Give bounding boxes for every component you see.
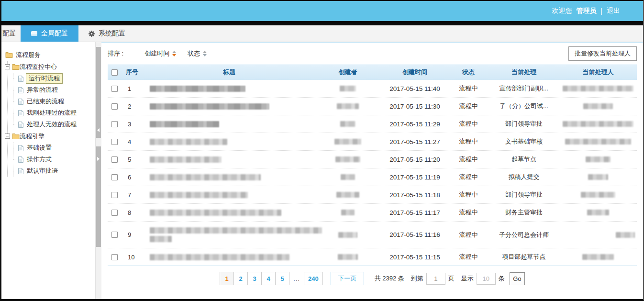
tab-system-config[interactable]: 系统配置 xyxy=(78,25,135,42)
collapse-expander-icon[interactable] xyxy=(5,134,10,139)
row-creator-cell xyxy=(314,103,381,109)
row-status: 流程中 xyxy=(448,190,489,199)
table-row[interactable]: 12017-05-15 11:40流程中宣传部部门副职... xyxy=(108,80,637,98)
redacted-title xyxy=(150,139,227,145)
batch-modify-handler-button[interactable]: 批量修改当前处理人 xyxy=(568,46,637,61)
tree-leaf-label: 处理人无效的流程 xyxy=(27,120,77,129)
scrollbar-thumb[interactable] xyxy=(96,47,101,138)
page-button[interactable]: 2 xyxy=(233,272,248,285)
tree-leaf-item[interactable]: 基础设置 xyxy=(13,142,93,154)
redacted-handler xyxy=(563,121,633,127)
redacted-creator xyxy=(337,103,359,109)
row-checkbox[interactable] xyxy=(111,121,118,127)
row-status: 流程中 xyxy=(448,155,489,164)
column-header: 标题 xyxy=(144,68,314,77)
page-button[interactable]: 3 xyxy=(247,272,262,285)
sidebar-splitter[interactable] xyxy=(95,42,101,299)
row-created-time: 2017-05-15 11:16 xyxy=(381,231,448,238)
document-icon xyxy=(18,87,23,93)
row-handler-cell xyxy=(559,121,637,127)
tree-children: 运行时流程异常的流程已结束的流程我刚处理过的流程处理人无效的流程 xyxy=(13,73,93,130)
row-check-cell xyxy=(108,121,123,127)
row-index: 2 xyxy=(123,103,144,110)
table-row[interactable]: 82017-05-15 11:17流程中财务主管审批 xyxy=(108,204,637,222)
row-created-time: 2017-05-15 11:27 xyxy=(381,138,448,145)
next-page-button[interactable]: 下一页 xyxy=(331,272,364,285)
row-checkbox[interactable] xyxy=(111,156,118,163)
page-button[interactable]: 5 xyxy=(275,272,289,285)
row-checkbox[interactable] xyxy=(111,232,118,238)
sort-arrows-icon xyxy=(172,51,176,56)
tree-leaf-item[interactable]: 已结束的流程 xyxy=(13,96,93,107)
goto-page-input[interactable] xyxy=(426,273,445,285)
table-row[interactable]: 32017-05-15 11:29流程中部门领导审批 xyxy=(108,115,637,133)
redacted-handler xyxy=(581,192,615,198)
row-handler-cell xyxy=(559,210,637,215)
tree-leaf-item[interactable]: 默认审批语 xyxy=(13,165,93,177)
sort-field-created-time[interactable]: 创建时间 xyxy=(144,49,176,58)
tree-root-node[interactable]: 流程服务 xyxy=(5,49,93,61)
row-creator-cell xyxy=(314,86,381,91)
tree-leaf-item[interactable]: 异常的流程 xyxy=(13,84,93,96)
page-buttons: 12345 xyxy=(220,272,289,285)
row-created-time: 2017-05-15 11:19 xyxy=(381,174,448,181)
page-button[interactable]: 1 xyxy=(220,272,234,285)
sort-field-status[interactable]: 状态 xyxy=(188,49,207,58)
tab-partial-config[interactable]: 配置 xyxy=(1,25,21,42)
table-row[interactable]: 52017-05-15 11:20流程中起草节点 xyxy=(108,151,637,168)
tree-group-node[interactable]: 流程引擎 xyxy=(5,130,93,142)
row-title-cell xyxy=(144,139,314,145)
row-status: 流程中 xyxy=(448,137,489,146)
tree-leaf-label: 已结束的流程 xyxy=(27,97,64,106)
row-checkbox[interactable] xyxy=(111,254,118,260)
go-button[interactable]: Go xyxy=(510,272,525,285)
tree-leaf-item[interactable]: 操作方式 xyxy=(13,154,93,165)
tree-group-node[interactable]: 流程监控中心 xyxy=(5,61,93,73)
table-row[interactable]: 22017-05-15 11:30流程中子（分）公司试... xyxy=(108,98,637,115)
table-row[interactable]: 72017-05-15 11:18流程中部门领导审批 xyxy=(108,186,637,204)
row-creator-cell xyxy=(314,210,381,215)
row-handler-cell xyxy=(559,254,637,260)
tree-leaf-item[interactable]: 运行时流程 xyxy=(13,73,93,84)
row-checkbox[interactable] xyxy=(111,192,118,198)
row-checkbox[interactable] xyxy=(111,174,118,180)
redacted-title xyxy=(150,192,248,198)
row-handler-cell xyxy=(559,139,637,145)
main-panel: 排序 : 创建时间 状态 批量修改当前处理人 xyxy=(101,42,643,299)
tree-leaf-item[interactable]: 处理人无效的流程 xyxy=(13,119,93,130)
folder-icon xyxy=(12,64,20,70)
redacted-creator xyxy=(341,174,355,180)
row-checkbox[interactable] xyxy=(111,139,118,145)
row-check-cell xyxy=(108,174,123,180)
redacted-title xyxy=(150,103,269,110)
table-row[interactable]: 92017-05-15 11:16流程中子分公司总会计师 xyxy=(108,222,637,248)
scrollbar-thumb[interactable] xyxy=(96,146,101,247)
row-checkbox[interactable] xyxy=(111,103,118,110)
select-all-checkbox[interactable] xyxy=(111,69,118,76)
tree-leaf-item[interactable]: 我刚处理过的流程 xyxy=(13,107,93,119)
collapse-expander-icon[interactable] xyxy=(5,64,10,69)
tree-leaf-label: 基础设置 xyxy=(27,144,52,152)
redacted-creator xyxy=(340,121,355,127)
last-page-button[interactable]: 240 xyxy=(304,272,323,285)
row-check-cell xyxy=(108,86,123,92)
row-checkbox[interactable] xyxy=(111,86,118,92)
tab-global-config[interactable]: 全局配置 xyxy=(21,25,78,42)
table-row[interactable]: 42017-05-15 11:27流程中文书基础审核 xyxy=(108,133,637,151)
row-checkbox[interactable] xyxy=(111,210,118,216)
row-check-cell xyxy=(108,232,123,238)
table-row[interactable]: 62017-05-15 11:19流程中拟稿人提交 xyxy=(108,168,637,186)
page-size-input[interactable] xyxy=(477,273,496,285)
redacted-handler xyxy=(586,156,611,162)
redacted-creator xyxy=(336,192,359,198)
row-status: 流程中 xyxy=(448,120,489,128)
row-title-cell xyxy=(144,192,314,198)
row-check-cell xyxy=(108,156,123,163)
logout-link[interactable]: 退出 xyxy=(607,7,620,15)
table-row[interactable]: 102017-05-15 11:15流程中项目部起草节点 xyxy=(108,248,637,266)
tree-group: 流程监控中心 运行时流程异常的流程已结束的流程我刚处理过的流程处理人无效的流程 xyxy=(8,61,93,130)
redacted-handler xyxy=(563,86,633,91)
tree-group-label: 流程引擎 xyxy=(20,132,44,141)
page-button[interactable]: 4 xyxy=(261,272,276,285)
sort-arrows-icon xyxy=(203,51,207,56)
